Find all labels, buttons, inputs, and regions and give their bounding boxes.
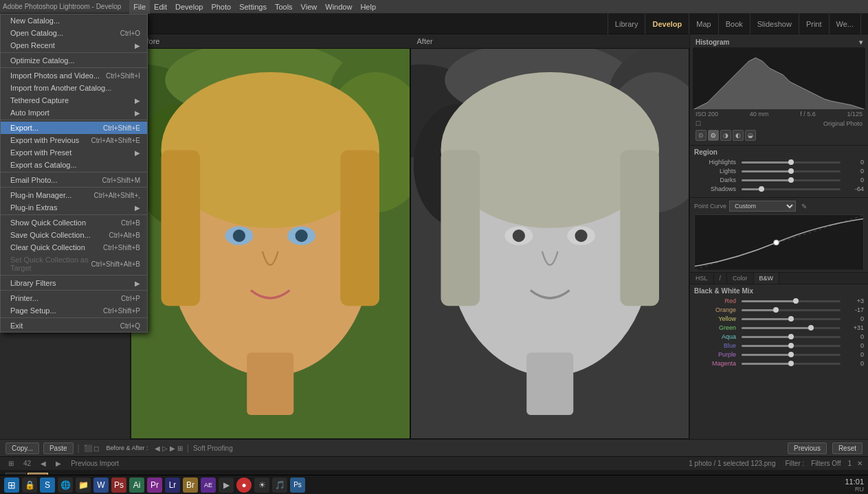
- taskbar-icon-8[interactable]: Pr: [147, 478, 162, 493]
- menu-item-new-catalog[interactable]: New Catalog...: [1, 14, 147, 27]
- menu-view[interactable]: View: [297, 0, 322, 14]
- taskbar-icon-15[interactable]: 🎵: [272, 478, 287, 493]
- svg-rect-9: [340, 150, 379, 306]
- svg-point-27: [512, 229, 524, 242]
- module-print[interactable]: Print: [799, 14, 830, 34]
- curve-icon-4[interactable]: ◐: [733, 130, 744, 141]
- taskbar-icon-9[interactable]: Lr: [165, 478, 180, 493]
- taskbar-icon-photoshop[interactable]: Ps: [290, 478, 305, 493]
- menu-tools[interactable]: Tools: [271, 0, 297, 14]
- menu-item-printer[interactable]: Printer... Ctrl+P: [1, 292, 147, 304]
- menu-item-export-preset[interactable]: Export with Preset ▶: [1, 146, 147, 159]
- menu-item-open-catalog[interactable]: Open Catalog... Ctrl+O: [1, 27, 147, 39]
- menu-edit[interactable]: Edit: [150, 0, 171, 14]
- menu-develop[interactable]: Develop: [171, 0, 207, 14]
- previous-button[interactable]: Previous: [788, 442, 827, 454]
- curve-icon-5[interactable]: ◒: [745, 130, 756, 141]
- center-area: Before After: [131, 34, 689, 439]
- menu-item-page-setup[interactable]: Page Setup... Ctrl+Shift+P: [1, 304, 147, 318]
- tab-color[interactable]: Color: [727, 273, 754, 284]
- filters-off: Filters Off: [811, 460, 841, 467]
- module-library[interactable]: Library: [608, 14, 646, 34]
- bw-mix-title: Black & White Mix: [694, 287, 864, 295]
- curve-icon-1[interactable]: ⊙: [695, 130, 706, 141]
- menu-item-plugin-extras[interactable]: Plug-in Extras ▶: [1, 201, 147, 215]
- taskbar-icon-10[interactable]: Br: [183, 478, 198, 493]
- menu-item-clear-quick-collection[interactable]: Clear Quick Collection Ctrl+Shift+B: [1, 241, 147, 254]
- menu-item-email-photo[interactable]: Email Photo... Ctrl+Shift+M: [1, 174, 147, 188]
- menu-settings[interactable]: Settings: [235, 0, 271, 14]
- bw-slider-aqua: Aqua 0: [694, 333, 864, 340]
- module-slideshow[interactable]: Slideshow: [750, 14, 799, 34]
- svg-point-28: [575, 229, 587, 242]
- menu-item-export-catalog[interactable]: Export as Catalog...: [1, 159, 147, 172]
- before-photo-svg: [131, 49, 410, 438]
- taskbar-icon-11[interactable]: AE: [201, 478, 216, 493]
- region-slider-highlights: Highlights 0: [694, 159, 864, 166]
- menu-item-optimize-catalog[interactable]: Optimize Catalog...: [1, 54, 147, 68]
- file-dropdown-menu: New Catalog... Open Catalog... Ctrl+O Op…: [0, 14, 148, 333]
- copy-button[interactable]: Copy...: [5, 442, 39, 454]
- curve-icon-3[interactable]: ◑: [720, 130, 731, 141]
- histogram-title: Histogram ▾: [693, 37, 865, 47]
- filmstrip-nav-right[interactable]: ▶: [53, 460, 64, 467]
- bw-slider-green: Green +31: [694, 324, 864, 331]
- menu-bar: Adobe Photoshop Lightroom - Develop File…: [0, 0, 868, 14]
- taskbar-icon-14[interactable]: ☀: [254, 478, 269, 493]
- filmstrip-count-btn: 42: [21, 460, 34, 467]
- prev-reset-buttons: Previous Reset: [788, 442, 863, 454]
- right-panel: Histogram ▾ ISO 200 40 mm f / 5.6 1/125 …: [689, 34, 868, 439]
- module-develop[interactable]: Develop: [645, 14, 689, 34]
- filmstrip-close-icon[interactable]: ✕: [857, 460, 863, 467]
- module-map[interactable]: Map: [689, 14, 718, 34]
- curve-icon-2[interactable]: ⊙: [708, 130, 719, 141]
- taskbar-icon-3[interactable]: 🌐: [58, 478, 73, 493]
- point-curve-select[interactable]: Custom Linear Medium Contrast: [729, 201, 796, 212]
- taskbar-icon-6[interactable]: Ps: [111, 478, 126, 493]
- taskbar-icon-13[interactable]: ●: [236, 478, 252, 493]
- bw-slider-yellow: Yellow 0: [694, 315, 864, 322]
- menu-item-export-previous[interactable]: Export with Previous Ctrl+Alt+Shift+E: [1, 134, 147, 146]
- icons-row: ⊙ ⊙ ◑ ◐ ◒: [693, 128, 865, 142]
- region-slider-shadows: Shadows -64: [694, 186, 864, 192]
- menu-item-exit[interactable]: Exit Ctrl+Q: [1, 319, 147, 332]
- menu-item-import-catalog[interactable]: Import from Another Catalog...: [1, 82, 147, 94]
- menu-item-show-quick-collection[interactable]: Show Quick Collection Ctrl+B: [1, 216, 147, 229]
- menu-item-open-recent[interactable]: Open Recent ▶: [1, 39, 147, 53]
- filmstrip-nav-btn[interactable]: ⊞: [5, 460, 16, 467]
- menu-item-import-photos[interactable]: Import Photos and Video... Ctrl+Shift+I: [1, 69, 147, 82]
- taskbar-clock: 11:01 RU: [845, 478, 864, 493]
- menu-item-plugin-manager[interactable]: Plug-in Manager... Ctrl+Alt+Shift+,: [1, 189, 147, 201]
- menu-item-library-filters[interactable]: Library Filters ▶: [1, 277, 147, 291]
- menu-help[interactable]: Help: [356, 0, 380, 14]
- after-photo-svg: [411, 49, 689, 438]
- tab-hsl[interactable]: HSL: [690, 273, 714, 284]
- paste-button[interactable]: Paste: [43, 442, 74, 454]
- menu-item-tethered-capture[interactable]: Tethered Capture ▶: [1, 94, 147, 106]
- taskbar-icon-5[interactable]: W: [93, 478, 109, 493]
- taskbar-icon-windows[interactable]: ⊞: [4, 478, 19, 493]
- histogram-info: ISO 200 40 mm f / 5.6 1/125: [693, 109, 865, 119]
- histogram-svg: [693, 47, 865, 109]
- taskbar-icon-7[interactable]: Ai: [129, 478, 144, 493]
- filmstrip-controls: ⊞ 42 ◀ ▶ Previous Import 1 photo / 1 sel…: [0, 457, 868, 471]
- module-web[interactable]: We...: [830, 14, 861, 34]
- module-book[interactable]: Book: [719, 14, 750, 34]
- svg-rect-8: [161, 150, 200, 306]
- bw-slider-blue: Blue 0: [694, 342, 864, 349]
- taskbar-icon-2[interactable]: S: [40, 478, 55, 493]
- menu-photo[interactable]: Photo: [207, 0, 235, 14]
- taskbar-icon-12[interactable]: ▶: [219, 478, 234, 493]
- taskbar-icon-4[interactable]: 📁: [76, 478, 91, 493]
- curve-edit-icon[interactable]: ✎: [801, 203, 807, 210]
- menu-window[interactable]: Window: [321, 0, 356, 14]
- menu-item-save-quick-collection[interactable]: Save Quick Collection... Ctrl+Alt+B: [1, 229, 147, 241]
- filmstrip-import-btn[interactable]: Previous Import: [68, 460, 122, 467]
- menu-item-export[interactable]: Export... Ctrl+Shift+E: [1, 122, 147, 134]
- menu-file[interactable]: File: [129, 0, 150, 14]
- menu-item-auto-import[interactable]: Auto Import ▶: [1, 106, 147, 120]
- reset-button[interactable]: Reset: [832, 442, 863, 454]
- filmstrip-nav-left[interactable]: ◀: [38, 460, 49, 467]
- taskbar-icon-1[interactable]: 🔒: [22, 478, 37, 493]
- tab-bw[interactable]: B&W: [754, 273, 780, 284]
